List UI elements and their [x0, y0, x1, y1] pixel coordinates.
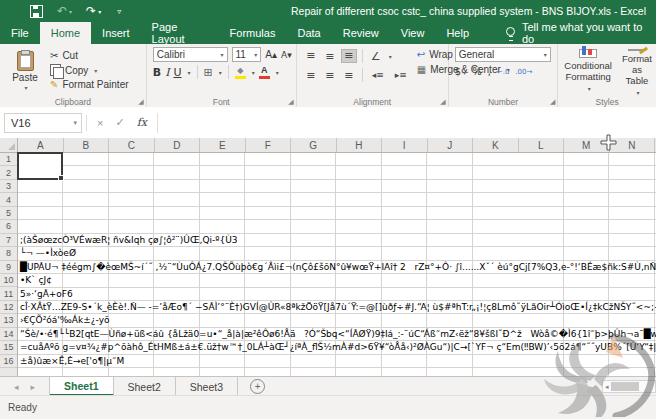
- column-header-I[interactable]: I: [382, 138, 428, 152]
- accounting-format-button[interactable]: $▾: [455, 66, 466, 77]
- align-center-button[interactable]: ≡: [322, 68, 338, 82]
- font-name-combo[interactable]: Calibri ▾: [153, 47, 228, 62]
- sheet-tab-sheet3[interactable]: Sheet3: [176, 377, 238, 396]
- row-header-14[interactable]: 14: [0, 328, 17, 341]
- sheet-tab-sheet1[interactable]: Sheet1: [50, 377, 113, 396]
- row-header-4[interactable]: 4: [0, 193, 17, 206]
- orientation-button[interactable]: ∠: [368, 49, 384, 63]
- increase-decimal-button[interactable]: ←.0: [497, 68, 510, 76]
- tab-page-layout[interactable]: Page Layout: [141, 22, 219, 44]
- align-right-button[interactable]: ≡: [341, 68, 357, 82]
- italic-button[interactable]: I: [165, 66, 169, 79]
- tab-home[interactable]: Home: [40, 22, 91, 44]
- borders-button[interactable]: ⊞: [204, 66, 213, 79]
- row-header-9[interactable]: 9: [0, 261, 17, 274]
- cell-row-10-text: •K` çJ¢: [20, 274, 52, 287]
- number-dialog-launcher[interactable]: ◢: [550, 98, 555, 106]
- column-header-L[interactable]: L: [519, 138, 565, 152]
- sheet-tab-bar: ◂ ▸ Sheet1Sheet2Sheet3 +: [0, 376, 656, 396]
- formula-input[interactable]: [158, 112, 656, 134]
- row-header-2[interactable]: 2: [0, 166, 17, 179]
- tab-insert[interactable]: Insert: [91, 22, 141, 44]
- tab-view[interactable]: View: [390, 22, 436, 44]
- row-header-10[interactable]: 10: [0, 274, 17, 287]
- cut-button[interactable]: ✂ Cut: [50, 50, 129, 61]
- enter-button[interactable]: ✓: [115, 116, 124, 129]
- horizontal-scrollbar[interactable]: ◂: [602, 380, 656, 393]
- column-header-B[interactable]: B: [64, 138, 110, 152]
- selected-cell-box[interactable]: [17, 152, 63, 180]
- name-box-dropdown-icon[interactable]: ▾: [73, 119, 81, 127]
- font-color-button[interactable]: A: [259, 66, 270, 79]
- percent-style-button[interactable]: %: [472, 66, 482, 77]
- grow-font-button[interactable]: A▴: [265, 49, 277, 60]
- select-all-corner[interactable]: [0, 138, 18, 153]
- row-header-5[interactable]: 5: [0, 207, 17, 220]
- align-left-button[interactable]: ≡: [303, 68, 319, 82]
- hscroll-thumb[interactable]: [611, 382, 639, 391]
- top-align-button[interactable]: ≡: [303, 49, 319, 63]
- bottom-align-button[interactable]: ≡: [341, 49, 357, 63]
- row-header-12[interactable]: 12: [0, 301, 17, 314]
- font-size-value: 11: [236, 49, 253, 60]
- column-header-J[interactable]: J: [428, 138, 474, 152]
- tab-review[interactable]: Review: [332, 22, 390, 44]
- paste-button[interactable]: Paste ▾: [6, 47, 44, 94]
- decrease-decimal-button[interactable]: .00→: [515, 68, 532, 76]
- undo-button[interactable]: ↶▾: [57, 4, 72, 18]
- name-box[interactable]: V16 ▾: [4, 113, 82, 133]
- middle-align-button[interactable]: ≡: [322, 49, 338, 63]
- ribbon-tab-row: FileHomeInsertPage LayoutFormulasDataRev…: [0, 22, 656, 44]
- grid-body[interactable]: ;(àŠøœzcÒ³VÉwæR¦ ñv&Iqh çø∫¦ô²¨)ÛŒ‚Qi-º{…: [18, 153, 656, 377]
- column-header-E[interactable]: E: [200, 138, 246, 152]
- column-header-C[interactable]: C: [109, 138, 155, 152]
- row-header-13[interactable]: 13: [0, 314, 17, 327]
- copy-button[interactable]: Copy ▾: [50, 64, 129, 76]
- increase-indent-button[interactable]: ▸≡: [391, 68, 411, 82]
- hscroll-left-icon[interactable]: ◂: [603, 383, 611, 391]
- format-as-table-button[interactable]: Format as Table ▾: [622, 47, 652, 94]
- shrink-font-button[interactable]: A▾: [281, 50, 292, 60]
- bold-button[interactable]: B: [153, 66, 161, 79]
- number-format-value: General: [459, 49, 542, 60]
- row-header-3[interactable]: 3: [0, 180, 17, 193]
- redo-button[interactable]: ↷▾: [86, 4, 101, 18]
- sheet-nav-right-icon[interactable]: ▸: [31, 382, 36, 392]
- column-header-H[interactable]: H: [337, 138, 383, 152]
- column-header-A[interactable]: A: [18, 138, 64, 152]
- conditional-formatting-button[interactable]: Conditional Formatting ▾: [564, 47, 612, 94]
- underline-button[interactable]: U: [173, 66, 181, 79]
- tab-help[interactable]: Help: [435, 22, 480, 44]
- cancel-button[interactable]: ×: [97, 117, 103, 129]
- row-header-16[interactable]: 16: [0, 355, 17, 368]
- row-header-7[interactable]: 7: [0, 234, 17, 247]
- tab-formulas[interactable]: Formulas: [219, 22, 287, 44]
- fill-color-button[interactable]: ◆: [235, 66, 246, 79]
- tab-data[interactable]: Data: [286, 22, 331, 44]
- row-header-6[interactable]: 6: [0, 220, 17, 233]
- decrease-indent-button[interactable]: ◂≡: [368, 68, 388, 82]
- comma-style-button[interactable]: ,: [488, 66, 491, 77]
- row-header-1[interactable]: 1: [0, 153, 17, 166]
- clipboard-dialog-launcher[interactable]: ◢: [138, 98, 143, 106]
- insert-function-button[interactable]: fx: [137, 116, 147, 129]
- save-button[interactable]: [30, 5, 43, 18]
- row-header-15[interactable]: 15: [0, 341, 17, 354]
- row-header-8[interactable]: 8: [0, 247, 17, 260]
- column-header-G[interactable]: G: [291, 138, 337, 152]
- format-painter-button[interactable]: ✎ Format Painter: [50, 79, 129, 90]
- qat-customize-button[interactable]: ▿: [115, 7, 121, 16]
- sheet-tab-sheet2[interactable]: Sheet2: [114, 377, 176, 396]
- sheet-nav-left-icon[interactable]: ◂: [14, 382, 19, 392]
- number-format-combo[interactable]: General ▾: [455, 47, 551, 62]
- tab-file[interactable]: File: [0, 22, 40, 44]
- column-header-D[interactable]: D: [155, 138, 201, 152]
- font-size-combo[interactable]: 11 ▾: [232, 47, 262, 62]
- tell-me-box[interactable]: Tell me what you want to do: [506, 22, 656, 44]
- row-header-11[interactable]: 11: [0, 287, 17, 300]
- font-dialog-launcher[interactable]: ◢: [288, 98, 293, 106]
- alignment-dialog-launcher[interactable]: ◢: [440, 98, 445, 106]
- column-header-F[interactable]: F: [246, 138, 292, 152]
- add-sheet-button[interactable]: +: [250, 377, 265, 396]
- column-header-K[interactable]: K: [473, 138, 519, 152]
